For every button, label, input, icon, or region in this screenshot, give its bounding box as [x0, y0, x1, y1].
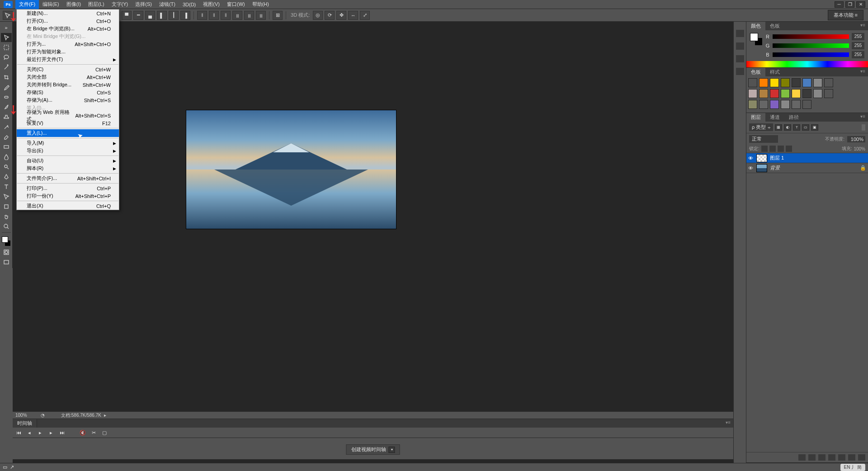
file-menu-item[interactable]: 置入(L)... — [17, 129, 119, 137]
taskbar-app-icon[interactable]: ▭ — [3, 464, 7, 470]
layer-mask-icon[interactable] — [818, 454, 826, 461]
color-swatches[interactable] — [1, 236, 12, 247]
layer-thumb[interactable] — [756, 164, 767, 172]
distribute-vcenter-icon[interactable]: ⫴ — [209, 11, 219, 20]
adjust-layer-icon[interactable] — [828, 454, 835, 461]
status-arrow-icon[interactable]: ▸ — [104, 413, 106, 418]
shape-tool[interactable] — [1, 202, 12, 211]
doc-info[interactable]: 文档:586.7K/586.7K — [61, 412, 101, 419]
layers-flyout-icon[interactable]: ▾≡ — [858, 113, 868, 122]
auto-align-icon[interactable]: ⊞ — [273, 11, 283, 20]
group-icon[interactable] — [838, 454, 845, 461]
layer-row-bg[interactable]: 👁 背景 🔒 — [746, 163, 868, 173]
file-menu-item[interactable]: 脚本(R)▶ — [17, 165, 119, 172]
distribute-hcenter-icon[interactable]: ⫼ — [244, 11, 254, 20]
file-menu-item[interactable]: 在 Bridge 中浏览(B)...Alt+Ctrl+O — [17, 25, 119, 33]
path-tool[interactable] — [1, 192, 12, 201]
menu-3d[interactable]: 3D(D) — [179, 0, 199, 9]
align-bottom-icon[interactable]: ▄ — [145, 11, 155, 20]
color-flyout-icon[interactable]: ▾≡ — [858, 22, 868, 30]
b-slider[interactable] — [773, 52, 849, 57]
canvas-document[interactable] — [186, 110, 396, 229]
hand-tool[interactable] — [1, 212, 12, 221]
filter-toggle[interactable] — [862, 124, 865, 131]
file-menu-item[interactable]: 打开为...Alt+Shift+Ctrl+O — [17, 40, 119, 48]
move-tool[interactable] — [1, 33, 12, 42]
layer-filter-kind[interactable]: ρ 类型 ÷ — [749, 123, 773, 131]
collapse-toolbar-icon[interactable]: » — [1, 23, 12, 32]
menu-file[interactable]: 文件(F) — [15, 0, 39, 9]
delete-layer-icon[interactable] — [858, 454, 865, 461]
swatch[interactable] — [802, 78, 811, 87]
dock-styles-icon[interactable] — [736, 68, 744, 75]
file-menu-item[interactable]: 打印(P)...Ctrl+P — [17, 184, 119, 192]
eraser-tool[interactable] — [1, 132, 12, 141]
r-slider[interactable] — [773, 34, 849, 39]
history-brush-tool[interactable] — [1, 122, 12, 132]
crop-tool[interactable] — [1, 73, 12, 82]
swatch[interactable] — [792, 78, 801, 87]
visibility-icon[interactable]: 👁 — [748, 165, 754, 171]
swatch[interactable] — [824, 89, 833, 98]
swatch[interactable] — [770, 78, 779, 87]
menu-image[interactable]: 图像(I) — [63, 0, 85, 9]
layer-name[interactable]: 背景 — [770, 165, 780, 171]
filter-smart-icon[interactable]: ▣ — [811, 124, 818, 131]
timeline-flyout-icon[interactable]: ▾≡ — [723, 419, 733, 428]
file-menu-item[interactable]: 退出(X)Ctrl+Q — [17, 202, 119, 210]
align-right-icon[interactable]: ▐ — [180, 11, 190, 20]
swatch[interactable] — [748, 89, 757, 98]
swatch[interactable] — [770, 100, 779, 109]
file-menu-item[interactable]: 打印一份(Y)Alt+Shift+Ctrl+P — [17, 192, 119, 200]
tab-color[interactable]: 颜色 — [746, 22, 765, 30]
file-menu-item[interactable]: 关闭全部Alt+Ctrl+W — [17, 73, 119, 81]
tl-audio-icon[interactable]: 🔇 — [80, 429, 86, 436]
menu-layer[interactable]: 图层(L) — [85, 0, 108, 9]
swatch[interactable] — [781, 100, 790, 109]
menu-type[interactable]: 文字(Y) — [108, 0, 132, 9]
menu-view[interactable]: 视图(V) — [199, 0, 223, 9]
quickmask-tool[interactable] — [1, 248, 12, 257]
wand-tool[interactable] — [1, 63, 12, 72]
layer-thumb[interactable] — [756, 154, 767, 162]
blur-tool[interactable] — [1, 152, 12, 161]
panel-color-swatches[interactable] — [750, 33, 763, 46]
tl-last-icon[interactable]: ⏭ — [59, 429, 65, 436]
tab-styles[interactable]: 样式 — [765, 68, 784, 76]
swatch[interactable] — [781, 89, 790, 98]
zoom-level[interactable]: 100% — [15, 413, 38, 418]
screenmode-tool[interactable] — [1, 258, 12, 267]
filter-shape-icon[interactable]: ▭ — [802, 124, 809, 131]
maximize-button[interactable]: ❐ — [845, 1, 854, 8]
menu-window[interactable]: 窗口(W) — [223, 0, 249, 9]
file-menu-item[interactable]: 自动(U)▶ — [17, 157, 119, 165]
distribute-top-icon[interactable]: ⫴ — [197, 11, 207, 20]
lock-pixel-icon[interactable] — [769, 146, 776, 152]
b-value[interactable]: 255 — [852, 51, 864, 58]
tab-paths[interactable]: 路径 — [784, 113, 803, 122]
swatch[interactable] — [792, 100, 801, 109]
tl-next-icon[interactable]: ▸ — [48, 429, 54, 436]
tab-layers[interactable]: 图层 — [746, 113, 765, 122]
g-slider[interactable] — [773, 43, 849, 48]
blend-mode-dropdown[interactable]: 正常 — [749, 135, 778, 143]
menu-help[interactable]: 帮助(H) — [249, 0, 273, 9]
file-menu-item[interactable]: 打开(O)...Ctrl+O — [17, 17, 119, 25]
fill-value[interactable]: 100% — [854, 146, 865, 151]
mode3d-zoom-icon[interactable]: ⤢ — [360, 11, 370, 20]
pen-tool[interactable] — [1, 172, 12, 181]
tl-transition-icon[interactable]: ▢ — [101, 429, 108, 436]
ime-indicator[interactable]: EN 丿 简 — [840, 464, 865, 471]
swatch[interactable] — [792, 89, 801, 98]
swatch[interactable] — [781, 78, 790, 87]
swatch[interactable] — [802, 100, 811, 109]
file-menu-item[interactable]: 存储(S)Ctrl+S — [17, 89, 119, 96]
mode3d-orbit-icon[interactable]: ◎ — [313, 11, 323, 20]
lasso-tool[interactable] — [1, 53, 12, 62]
create-timeline-button[interactable]: 创建视频时间轴 ▾ — [346, 444, 400, 455]
file-menu-item[interactable]: 最近打开文件(T)▶ — [17, 56, 119, 63]
dock-history-icon[interactable] — [736, 30, 744, 37]
minimize-button[interactable]: ─ — [835, 1, 844, 8]
lock-pos-icon[interactable] — [778, 146, 784, 152]
filter-type-icon[interactable]: T — [793, 124, 800, 131]
